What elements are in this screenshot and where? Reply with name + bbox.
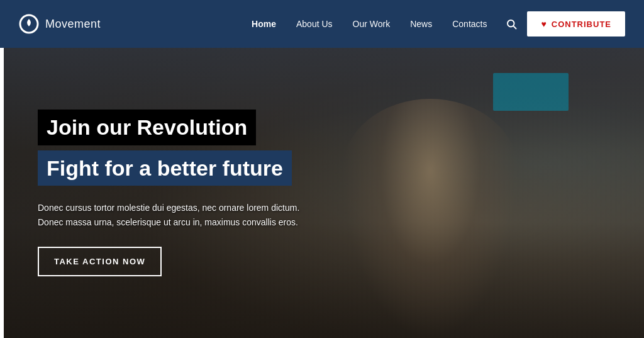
- nav-item-ourwork[interactable]: Our Work: [344, 18, 399, 30]
- contribute-label: CONTRIBUTE: [552, 20, 611, 29]
- hero-content: Join our Revolution Fight for a better f…: [0, 48, 644, 338]
- nav-link-about[interactable]: About Us: [287, 14, 341, 34]
- nav-link-ourwork[interactable]: Our Work: [344, 14, 399, 34]
- contribute-button[interactable]: ♥ CONTRIBUTE: [527, 11, 625, 37]
- cta-button[interactable]: TAKE ACTION NOW: [38, 247, 162, 276]
- navbar-right: Home About Us Our Work News Contacts ♥: [243, 11, 625, 37]
- brand-name: Movement: [45, 18, 101, 31]
- nav-item-contacts[interactable]: Contacts: [443, 18, 496, 30]
- nav-link-news[interactable]: News: [401, 14, 441, 34]
- search-icon: [506, 18, 517, 30]
- nav-links: Home About Us Our Work News Contacts: [243, 18, 496, 30]
- svg-line-2: [514, 26, 516, 28]
- hero-section: Join our Revolution Fight for a better f…: [0, 48, 644, 338]
- nav-link-home[interactable]: Home: [243, 14, 285, 34]
- brand-icon: [19, 14, 39, 34]
- nav-link-contacts[interactable]: Contacts: [443, 14, 496, 34]
- brand-logo-link[interactable]: Movement: [19, 14, 101, 34]
- hero-headline2: Fight for a better future: [47, 155, 283, 181]
- headline1-box: Join our Revolution: [38, 110, 256, 145]
- navbar: Movement Home About Us Our Work News Con…: [0, 0, 644, 48]
- nav-item-home[interactable]: Home: [243, 18, 285, 30]
- nav-item-about[interactable]: About Us: [287, 18, 341, 30]
- hero-description: Donec cursus tortor molestie dui egestas…: [38, 201, 302, 229]
- heart-icon: ♥: [541, 19, 547, 29]
- headline2-box: Fight for a better future: [38, 150, 292, 186]
- nav-item-news[interactable]: News: [401, 18, 441, 30]
- search-button[interactable]: [499, 13, 523, 35]
- hero-headline1: Join our Revolution: [47, 115, 247, 140]
